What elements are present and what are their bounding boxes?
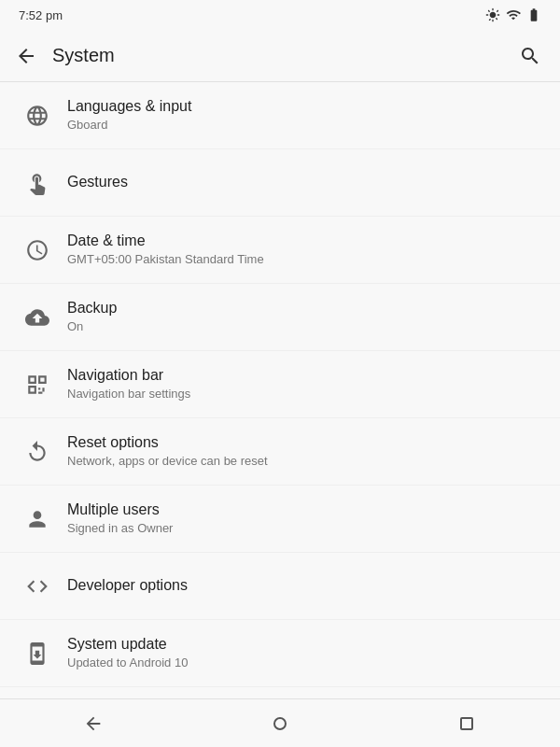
clock-icon [25,238,49,262]
wifi-icon [506,7,521,22]
page-title: System [52,45,508,66]
reset-text: Reset options Network, apps or device ca… [60,433,545,471]
settings-list: Languages & input Gboard Gestures [0,82,560,698]
update-text: System update Updated to Android 10 [60,635,545,672]
navbar-title: Navigation bar [67,366,545,386]
developer-title: Developer options [67,576,545,596]
settings-item-navbar[interactable]: Navigation bar Navigation bar settings [0,351,560,418]
settings-item-gestures[interactable]: Gestures [0,149,560,217]
backup-text: Backup On [60,299,545,336]
datetime-text: Date & time GMT+05:00 Pakistan Standard … [60,232,545,269]
back-button[interactable] [4,34,49,78]
nav-home-icon [273,717,287,730]
system-update-icon [25,641,49,666]
users-icon-container [15,507,60,531]
users-title: Multiple users [67,500,545,520]
datetime-title: Date & time [67,232,545,251]
battery-icon [526,7,541,22]
languages-title: Languages & input [67,97,545,117]
languages-text: Languages & input Gboard [60,97,545,134]
search-icon [519,45,541,67]
navbar-icon-container [15,373,60,397]
developer-icon [25,574,49,599]
backup-icon [25,305,49,330]
languages-icon-container [15,104,60,128]
nav-back-button[interactable] [65,705,121,742]
brightness-icon [485,7,500,22]
navbar-text: Navigation bar Navigation bar settings [60,366,545,403]
backup-subtitle: On [67,319,545,335]
search-button[interactable] [508,34,553,78]
nav-bar [0,698,560,747]
settings-item-datetime[interactable]: Date & time GMT+05:00 Pakistan Standard … [0,217,560,284]
developer-text: Developer options [60,576,545,596]
reset-icon-container [15,440,60,464]
status-bar: 7:52 pm [0,0,560,30]
phone-frame: 7:52 pm System [0,0,560,747]
gestures-text: Gestures [60,173,545,192]
developer-icon-container [15,574,60,599]
nav-back-icon [83,713,104,734]
status-icons [485,7,541,22]
settings-item-reset[interactable]: Reset options Network, apps or device ca… [0,418,560,486]
reset-icon [25,440,49,464]
reset-title: Reset options [67,433,545,453]
reset-subtitle: Network, apps or device can be reset [67,454,545,470]
gestures-title: Gestures [67,173,545,192]
settings-item-users[interactable]: Multiple users Signed in as Owner [0,486,560,553]
globe-icon [25,104,49,128]
nav-recents-button[interactable] [439,705,495,742]
nav-recents-icon [460,717,473,730]
top-bar: System [0,30,560,82]
person-icon [25,507,49,531]
update-icon-container [15,641,60,666]
gestures-icon [25,171,49,195]
nav-home-button[interactable] [252,705,308,742]
update-title: System update [67,635,545,655]
users-text: Multiple users Signed in as Owner [60,500,545,538]
settings-item-languages[interactable]: Languages & input Gboard [0,82,560,149]
status-time: 7:52 pm [19,8,63,22]
gestures-icon-container [15,171,60,195]
languages-subtitle: Gboard [67,118,545,134]
backup-title: Backup [67,299,545,318]
back-arrow-icon [15,45,37,67]
settings-item-backup[interactable]: Backup On [0,284,560,351]
update-subtitle: Updated to Android 10 [67,655,545,671]
backup-icon-container [15,305,60,330]
datetime-icon-container [15,238,60,262]
navbar-icon [25,373,49,397]
settings-item-update[interactable]: System update Updated to Android 10 [0,620,560,687]
navbar-subtitle: Navigation bar settings [67,387,545,402]
users-subtitle: Signed in as Owner [67,521,545,537]
settings-item-developer[interactable]: Developer options [0,553,560,620]
datetime-subtitle: GMT+05:00 Pakistan Standard Time [67,252,545,268]
